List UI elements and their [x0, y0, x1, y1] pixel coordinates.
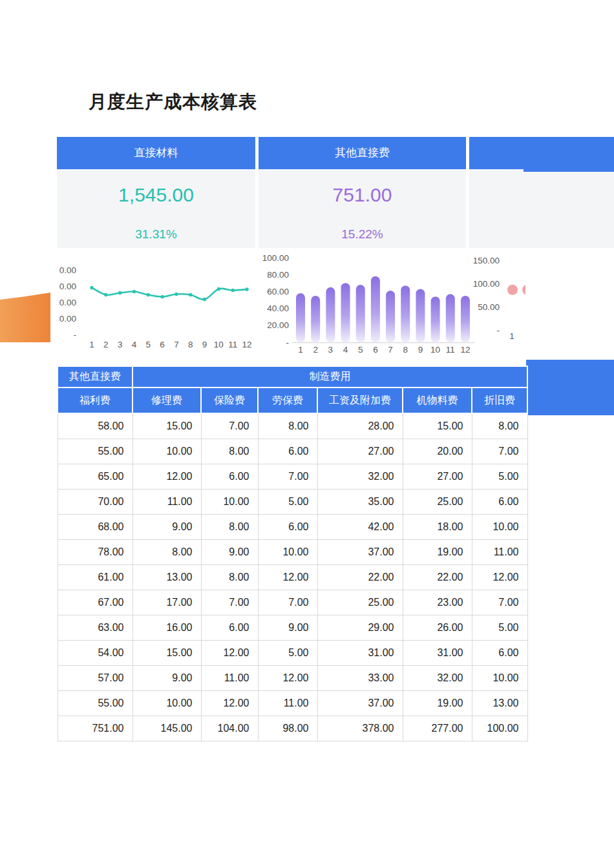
table-cell[interactable]: 17.00 — [132, 590, 201, 615]
table-cell[interactable]: 10.00 — [132, 691, 201, 716]
column-header-welfare[interactable]: 福利费 — [58, 388, 132, 413]
table-cell[interactable]: 5.00 — [258, 490, 317, 515]
table-cell[interactable]: 8.00 — [132, 540, 201, 565]
table-cell[interactable]: 55.00 — [58, 439, 132, 464]
table-cell[interactable]: 378.00 — [317, 716, 403, 741]
column-header-wages[interactable]: 工资及附加费 — [317, 388, 403, 413]
table-cell[interactable]: 11.00 — [132, 490, 201, 515]
table-cell[interactable]: 13.00 — [472, 691, 527, 716]
table-cell[interactable]: 15.00 — [403, 413, 472, 439]
table-cell[interactable]: 10.00 — [132, 439, 201, 464]
table-cell[interactable]: 12.00 — [201, 641, 258, 666]
column-header-insurance[interactable]: 保险费 — [201, 388, 258, 413]
table-cell[interactable]: 8.00 — [258, 413, 317, 439]
table-cell[interactable]: 9.00 — [132, 515, 201, 540]
table-cell[interactable]: 35.00 — [317, 490, 403, 515]
table-cell[interactable]: 32.00 — [403, 666, 472, 691]
table-cell[interactable]: 7.00 — [472, 590, 527, 615]
table-cell[interactable]: 8.00 — [201, 439, 258, 464]
group-header-manufacturing[interactable]: 制造费用 — [132, 366, 527, 388]
table-cell[interactable]: 6.00 — [201, 615, 258, 641]
table-cell[interactable]: 12.00 — [132, 464, 201, 490]
table-cell[interactable]: 6.00 — [201, 464, 258, 490]
table-cell[interactable]: 5.00 — [258, 641, 317, 666]
table-cell[interactable]: 100.00 — [472, 716, 527, 741]
table-cell[interactable]: 33.00 — [317, 666, 403, 691]
table-cell[interactable]: 16.00 — [132, 615, 201, 641]
table-cell[interactable]: 29.00 — [317, 615, 403, 641]
table-cell[interactable]: 27.00 — [317, 439, 403, 464]
table-cell[interactable]: 11.00 — [258, 691, 317, 716]
group-header-other-direct[interactable]: 其他直接费 — [58, 366, 132, 388]
table-cell[interactable]: 58.00 — [58, 413, 132, 439]
table-cell[interactable]: 11.00 — [201, 666, 258, 691]
table-cell[interactable]: 25.00 — [403, 490, 472, 515]
table-cell[interactable]: 6.00 — [258, 439, 317, 464]
table-cell[interactable]: 54.00 — [58, 641, 132, 666]
table-cell[interactable]: 8.00 — [201, 515, 258, 540]
table-cell[interactable]: 104.00 — [201, 716, 258, 741]
table-cell[interactable]: 42.00 — [317, 515, 403, 540]
table-cell[interactable]: 277.00 — [403, 716, 472, 741]
table-cell[interactable]: 70.00 — [58, 490, 132, 515]
table-cell[interactable]: 67.00 — [58, 590, 132, 615]
table-cell[interactable]: 22.00 — [317, 565, 403, 590]
table-cell[interactable]: 68.00 — [58, 515, 132, 540]
table-cell[interactable]: 6.00 — [472, 490, 527, 515]
table-cell[interactable]: 9.00 — [258, 615, 317, 641]
table-cell[interactable]: 10.00 — [472, 666, 527, 691]
table-cell[interactable]: 65.00 — [58, 464, 132, 490]
table-cell[interactable]: 6.00 — [258, 515, 317, 540]
table-cell[interactable]: 19.00 — [403, 540, 472, 565]
column-header-repair[interactable]: 修理费 — [132, 388, 201, 413]
table-cell[interactable]: 7.00 — [472, 439, 527, 464]
table-cell[interactable]: 19.00 — [403, 691, 472, 716]
table-cell[interactable]: 32.00 — [317, 464, 403, 490]
table-cell[interactable]: 10.00 — [201, 490, 258, 515]
table-cell[interactable]: 37.00 — [317, 540, 403, 565]
table-cell[interactable]: 7.00 — [258, 590, 317, 615]
table-cell[interactable]: 12.00 — [472, 565, 527, 590]
table-cell[interactable]: 6.00 — [472, 641, 527, 666]
table-cell[interactable]: 63.00 — [58, 615, 132, 641]
table-cell[interactable]: 12.00 — [258, 565, 317, 590]
table-cell[interactable]: 12.00 — [258, 666, 317, 691]
table-cell[interactable]: 11.00 — [472, 540, 527, 565]
table-cell[interactable]: 98.00 — [258, 716, 317, 741]
table-cell[interactable]: 9.00 — [201, 540, 258, 565]
table-cell[interactable]: 57.00 — [58, 666, 132, 691]
table-cell[interactable]: 20.00 — [403, 439, 472, 464]
table-cell[interactable]: 10.00 — [258, 540, 317, 565]
table-cell[interactable]: 9.00 — [132, 666, 201, 691]
table-cell[interactable]: 18.00 — [403, 515, 472, 540]
table-cell[interactable]: 23.00 — [403, 590, 472, 615]
table-cell[interactable]: 145.00 — [132, 716, 201, 741]
table-cell[interactable]: 55.00 — [58, 691, 132, 716]
table-cell[interactable]: 22.00 — [403, 565, 472, 590]
column-header-labor-protection[interactable]: 劳保费 — [258, 388, 317, 413]
table-cell[interactable]: 7.00 — [201, 590, 258, 615]
table-cell[interactable]: 78.00 — [58, 540, 132, 565]
table-cell[interactable]: 15.00 — [132, 641, 201, 666]
table-cell[interactable]: 26.00 — [403, 615, 472, 641]
table-cell[interactable]: 25.00 — [317, 590, 403, 615]
table-cell[interactable]: 61.00 — [58, 565, 132, 590]
column-header-machine-materials[interactable]: 机物料费 — [403, 388, 472, 413]
table-cell[interactable]: 751.00 — [58, 716, 132, 741]
column-header-depreciation[interactable]: 折旧费 — [472, 388, 527, 413]
table-cell[interactable]: 37.00 — [317, 691, 403, 716]
table-cell[interactable]: 12.00 — [201, 691, 258, 716]
table-cell[interactable]: 13.00 — [132, 565, 201, 590]
table-cell[interactable]: 15.00 — [132, 413, 201, 439]
table-cell[interactable]: 7.00 — [258, 464, 317, 490]
table-cell[interactable]: 10.00 — [472, 515, 527, 540]
table-cell[interactable]: 7.00 — [201, 413, 258, 439]
table-cell[interactable]: 8.00 — [472, 413, 527, 439]
table-cell[interactable]: 8.00 — [201, 565, 258, 590]
table-cell[interactable]: 28.00 — [317, 413, 403, 439]
table-cell[interactable]: 27.00 — [403, 464, 472, 490]
table-cell[interactable]: 5.00 — [472, 464, 527, 490]
table-cell[interactable]: 5.00 — [472, 615, 527, 641]
table-cell[interactable]: 31.00 — [403, 641, 472, 666]
table-cell[interactable]: 31.00 — [317, 641, 403, 666]
